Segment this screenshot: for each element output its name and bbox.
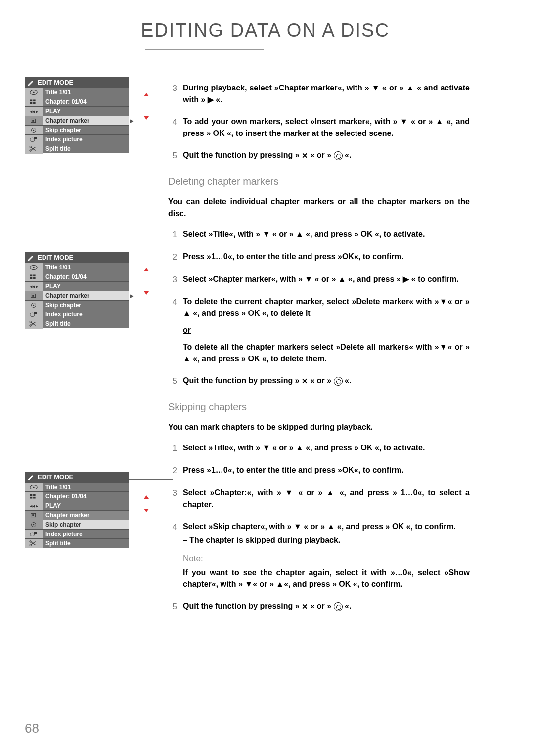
svg-point-24 [30, 313, 35, 316]
page-title: EDITING DATA ON A DISC [141, 20, 504, 62]
step-text: During playback, select »Chapter marker«… [183, 82, 470, 106]
svg-text:◀◀ ▶ ▶▶: ◀◀ ▶ ▶▶ [30, 504, 38, 508]
menu-row-split: Split title [25, 319, 129, 328]
svg-rect-19 [33, 277, 36, 279]
close-x-icon: ✕ [302, 376, 308, 387]
svg-rect-31 [33, 494, 36, 496]
page-number: 68 [25, 721, 39, 736]
svg-rect-36 [32, 514, 34, 516]
menu-header: EDIT MODE [25, 472, 129, 482]
close-x-icon: ✕ [302, 150, 308, 162]
svg-rect-2 [30, 100, 33, 102]
menu-row-index: Index picture [25, 134, 129, 144]
svg-point-40 [30, 541, 32, 543]
step-2: 2Press »1…0«, to enter the title and pre… [168, 464, 470, 477]
menu-header-text: EDIT MODE [38, 254, 73, 261]
svg-point-38 [30, 533, 35, 536]
menu-header-text: EDIT MODE [38, 79, 73, 86]
or-divider: or [183, 324, 470, 336]
section-heading-delete: Deleting chapter markers [168, 174, 470, 189]
step-text: Press »1…0«, to enter the title and pres… [183, 464, 470, 477]
section-intro: You can delete individual chapter marker… [168, 196, 470, 220]
skip-icon [25, 126, 43, 135]
menu-row-title: Title 1/01 [25, 263, 129, 272]
menu-row-play: ◀◀ ▶ ▶▶ PLAY [25, 106, 129, 116]
grid-icon [25, 97, 43, 107]
connector-line [129, 479, 173, 480]
svg-text:◀◀ ▶ ▶▶: ◀◀ ▶ ▶▶ [30, 110, 38, 113]
svg-rect-32 [30, 497, 33, 499]
connector-line [129, 117, 173, 117]
menu-row-chapter-marker: Chapter marker▶ [25, 291, 129, 300]
connector-line [129, 260, 173, 260]
menu-row-title: Title 1/01 [25, 482, 129, 491]
svg-rect-16 [30, 275, 33, 277]
note-heading: Note: [183, 552, 470, 565]
svg-rect-22 [32, 295, 34, 297]
menu-row-chapter-marker: Chapter marker ▶ [25, 116, 129, 125]
menu-label: PLAY [43, 108, 129, 115]
page-title-text: EDITING DATA ON A DISC [141, 20, 390, 41]
stop-icon [334, 377, 343, 386]
step-5: 5 Quit the function by pressing » ✕ « or… [168, 149, 470, 162]
svg-point-29 [33, 487, 35, 488]
step-text: Select »Skip chapter«, with » ▼ « or » ▲… [183, 521, 470, 591]
step-3: 3 During playback, select »Chapter marke… [168, 82, 470, 106]
menu-label: Chapter: 01/04 [43, 98, 129, 105]
step-5: 5 Quit the function by pressing » ✕ « or… [168, 375, 470, 388]
step-text: Quit the function by pressing » ✕ « or »… [183, 149, 470, 162]
menu-row-chapter: Chapter: 01/04 [25, 491, 129, 501]
menu-row-skip: Skip chapter [25, 300, 129, 310]
step-number: 5 [168, 149, 183, 162]
svg-rect-5 [33, 102, 36, 104]
step-number: 4 [168, 116, 183, 139]
svg-rect-30 [30, 494, 33, 496]
menu-row-split: Split title [25, 144, 129, 153]
menu-row-play: ◀◀ ▶ ▶▶PLAY [25, 281, 129, 291]
close-x-icon: ✕ [302, 601, 308, 613]
pencil-icon [28, 80, 35, 86]
step-number: 3 [168, 82, 183, 106]
svg-point-41 [30, 544, 32, 546]
step-3: 3Select »Chapter marker«, with » ▼ « or … [168, 273, 470, 286]
menu-row-index: Index picture [25, 310, 129, 319]
pencil-icon [28, 255, 35, 261]
pencil-icon [28, 474, 35, 480]
menu-header-text: EDIT MODE [38, 473, 73, 481]
step-1: 1Select »Title«, with » ▼ « or » ▲ «, an… [168, 442, 470, 455]
svg-rect-8 [32, 120, 34, 122]
svg-point-1 [33, 92, 35, 93]
svg-rect-3 [33, 100, 36, 102]
expand-right-icon: ▶ [130, 118, 134, 124]
svg-rect-4 [30, 102, 33, 104]
transport-icon: ◀◀ ▶ ▶▶ [25, 107, 43, 116]
svg-rect-33 [33, 497, 36, 499]
svg-rect-18 [30, 277, 33, 279]
menu-row-play: ◀◀ ▶ ▶▶PLAY [25, 501, 129, 510]
menu-row-split: Split title [25, 538, 129, 548]
menu-scroll-arrows [144, 77, 149, 120]
menu-label: Index picture [43, 136, 129, 143]
stop-icon [334, 602, 343, 611]
svg-rect-39 [34, 532, 37, 534]
step-1: 1Select »Title«, with » ▼ « or » ▲ «, an… [168, 228, 470, 241]
index-icon [25, 135, 43, 144]
menu-label: Skip chapter [43, 127, 129, 133]
step-2: 2Press »1…0«, to enter the title and pre… [168, 251, 470, 264]
step-text: Select »Chapter marker«, with » ▼ « or »… [183, 273, 470, 286]
menu-header: EDIT MODE [25, 252, 129, 263]
disc-icon [25, 88, 43, 97]
step-3: 3Select »Chapter:«, with » ▼ « or » ▲ «,… [168, 487, 470, 511]
svg-point-10 [30, 138, 35, 141]
step-text: Press »1…0«, to enter the title and pres… [183, 251, 470, 264]
step-5: 5 Quit the function by pressing » ✕ « or… [168, 600, 470, 613]
svg-rect-11 [34, 137, 37, 140]
section-heading-skip: Skipping chapters [168, 400, 470, 414]
step-text: Select »Chapter:«, with » ▼ « or » ▲ «, … [183, 487, 470, 511]
section-intro: You can mark chapters to be skipped duri… [168, 421, 470, 433]
edit-mode-menu-2: EDIT MODE Title 1/01 Chapter: 01/04 ◀◀ ▶… [25, 252, 129, 328]
menu-row-title: Title 1/01 [25, 88, 129, 97]
menu-scroll-arrows [144, 472, 149, 512]
svg-point-15 [33, 267, 35, 268]
scissors-icon [25, 144, 43, 154]
